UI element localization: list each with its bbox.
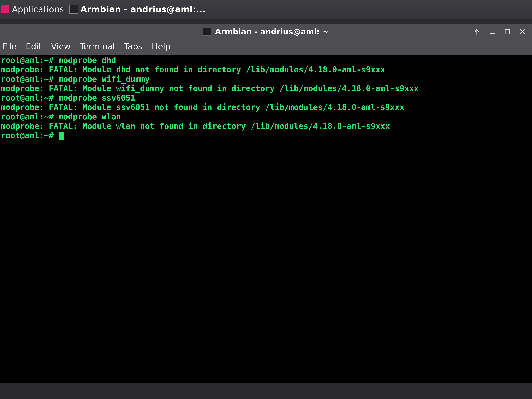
minimize-icon — [489, 28, 495, 35]
close-icon — [519, 28, 526, 35]
distro-logo-icon — [1, 5, 9, 13]
taskbar-entry-label: Armbian - andrius@aml:... — [81, 4, 206, 14]
window-close-button[interactable] — [519, 28, 527, 36]
menu-tabs[interactable]: Tabs — [124, 42, 142, 51]
window-maximize-button[interactable] — [503, 28, 511, 36]
arrow-up-icon — [474, 28, 480, 35]
terminal-menubar: File Edit View Terminal Tabs Help — [0, 39, 532, 54]
menu-view[interactable]: View — [51, 42, 71, 51]
desktop-panel: Applications Armbian - andrius@aml:... — [0, 0, 532, 19]
applications-menu[interactable]: Applications — [1, 4, 64, 14]
window-title: Armbian - andrius@aml: ~ — [215, 27, 329, 36]
window-minimize-button[interactable] — [488, 28, 496, 36]
menu-edit[interactable]: Edit — [26, 42, 42, 51]
taskbar-entry-terminal[interactable]: Armbian - andrius@aml:... — [69, 4, 206, 14]
terminal-cursor — [59, 132, 64, 140]
window-titlebar[interactable]: Armbian - andrius@aml: ~ — [0, 24, 532, 39]
svg-rect-0 — [505, 29, 510, 34]
terminal-viewport[interactable]: root@aml:~# modprobe dhd modprobe: FATAL… — [0, 55, 532, 383]
terminal-output[interactable]: root@aml:~# modprobe dhd modprobe: FATAL… — [0, 55, 532, 141]
maximize-icon — [504, 28, 511, 35]
menu-help[interactable]: Help — [152, 42, 170, 51]
terminal-window: Armbian - andrius@aml: ~ File Edit View … — [0, 24, 532, 383]
menu-file[interactable]: File — [3, 42, 17, 51]
window-ontop-button[interactable] — [473, 28, 481, 36]
terminal-icon — [203, 28, 211, 36]
terminal-icon — [69, 5, 78, 13]
applications-label: Applications — [12, 4, 64, 14]
menu-terminal[interactable]: Terminal — [80, 42, 115, 51]
